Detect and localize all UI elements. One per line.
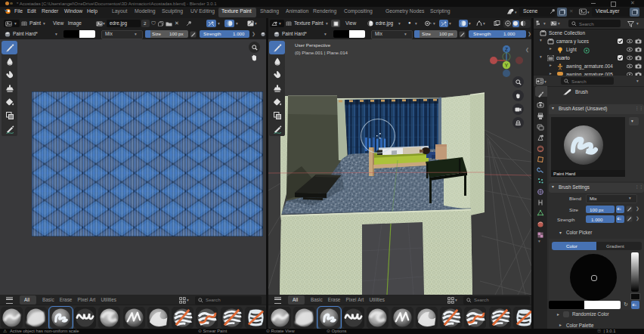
- svg-text:Z: Z: [505, 47, 508, 52]
- svg-text:Y: Y: [505, 63, 509, 68]
